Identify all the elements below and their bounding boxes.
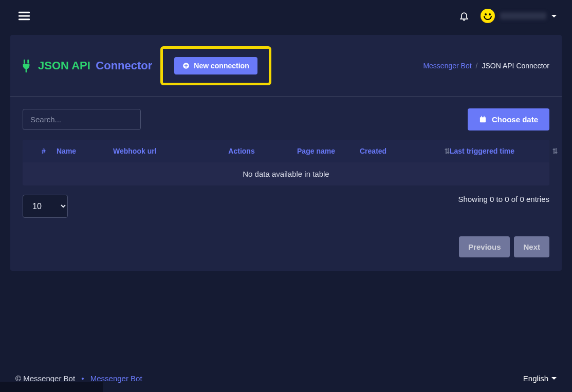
page-title-part2: Connector — [96, 59, 152, 72]
bars-icon — [19, 10, 30, 22]
panel-header: JSON API Connector New connection Messen… — [10, 35, 562, 97]
chevron-down-icon — [551, 15, 557, 17]
plug-icon — [21, 59, 32, 72]
top-bar — [0, 0, 572, 32]
table-empty-message: No data available in table — [23, 162, 549, 185]
language-label: English — [523, 374, 548, 383]
table-footer-row: 10 Showing 0 to 0 of 0 entries — [10, 185, 562, 221]
col-index[interactable]: # — [31, 147, 57, 155]
sort-icon — [552, 148, 558, 154]
breadcrumb-separator: / — [476, 62, 478, 70]
previous-button[interactable]: Previous — [459, 236, 510, 257]
showing-entries-text: Showing 0 to 0 of 0 entries — [458, 195, 549, 203]
pagination: Previous Next — [10, 221, 562, 271]
chevron-down-icon — [551, 377, 557, 380]
breadcrumb: Messenger Bot / JSON API Connector — [423, 62, 549, 70]
breadcrumb-current: JSON API Connector — [482, 62, 549, 70]
svg-rect-5 — [480, 117, 486, 119]
page-title-group: JSON API Connector New connection — [21, 46, 271, 85]
new-connection-label: New connection — [194, 62, 249, 70]
new-connection-button[interactable]: New connection — [174, 57, 257, 74]
breadcrumb-parent-link[interactable]: Messenger Bot — [423, 62, 471, 70]
language-switcher[interactable]: English — [523, 374, 557, 383]
controls-row: Choose date — [10, 97, 562, 140]
data-table: # Name Webhook url Actions Page name Cre… — [10, 140, 562, 185]
main-panel: JSON API Connector New connection Messen… — [10, 35, 562, 271]
choose-date-label: Choose date — [492, 115, 538, 124]
search-input[interactable] — [23, 109, 141, 130]
page-title-part1: JSON API — [38, 59, 90, 72]
username-placeholder — [500, 12, 546, 20]
col-created[interactable]: Created — [360, 147, 450, 155]
notifications-button[interactable] — [459, 10, 469, 22]
col-actions[interactable]: Actions — [211, 147, 272, 155]
page-size-select[interactable]: 10 — [23, 195, 68, 218]
col-last-triggered[interactable]: Last triggered time — [450, 147, 558, 155]
next-button[interactable]: Next — [514, 236, 549, 257]
svg-rect-2 — [19, 18, 30, 20]
svg-rect-1 — [19, 15, 30, 17]
sort-icon — [445, 148, 450, 154]
calendar-icon — [479, 116, 487, 123]
plus-circle-icon — [182, 62, 190, 69]
col-webhook[interactable]: Webhook url — [113, 147, 211, 155]
corner-bar — [0, 382, 103, 392]
page-title: JSON API Connector — [38, 59, 152, 72]
table-body: No data available in table — [23, 162, 549, 185]
new-connection-highlight: New connection — [160, 46, 271, 85]
bell-icon — [459, 10, 469, 22]
svg-rect-0 — [19, 12, 30, 13]
top-bar-right — [459, 9, 557, 23]
col-name[interactable]: Name — [57, 147, 113, 155]
table-header-row: # Name Webhook url Actions Page name Cre… — [23, 140, 549, 162]
col-page-name[interactable]: Page name — [272, 147, 360, 155]
user-menu[interactable] — [481, 9, 557, 23]
avatar — [481, 9, 495, 23]
menu-toggle-button[interactable] — [19, 10, 30, 22]
choose-date-button[interactable]: Choose date — [468, 108, 549, 130]
